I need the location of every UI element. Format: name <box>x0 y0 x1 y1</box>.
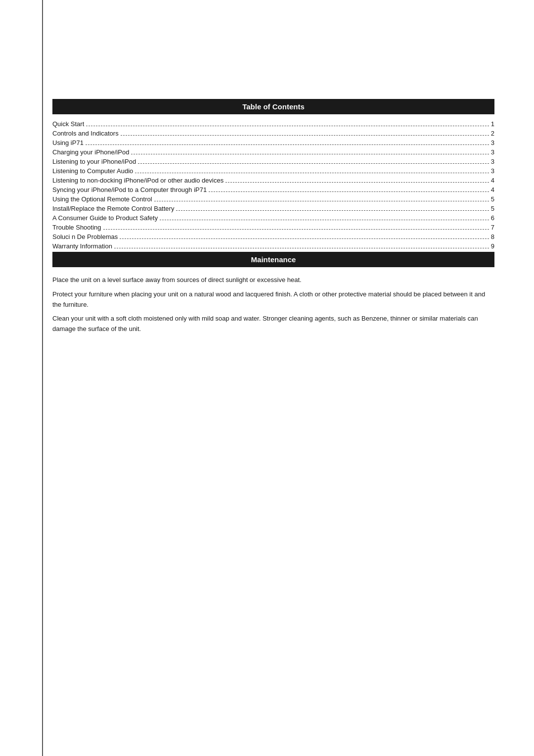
maintenance-heading: Maintenance <box>52 252 494 267</box>
toc-row: Soluci n De Problemas8 <box>52 233 494 240</box>
toc-item-label: Charging your iPhone/iPod <box>52 148 129 156</box>
toc-item-label: Using iP71 <box>52 139 84 146</box>
toc-item-label: Listening to Computer Audio <box>52 167 133 175</box>
toc-item-dots <box>135 173 489 173</box>
toc-item-page: 4 <box>491 177 494 184</box>
toc-item-page: 7 <box>491 224 494 231</box>
toc-item-page: 3 <box>491 167 494 175</box>
toc-row: Controls and Indicators2 <box>52 130 494 137</box>
toc-row: Install/Replace the Remote Control Batte… <box>52 205 494 212</box>
toc-item-dots <box>121 135 489 136</box>
toc-item-page: 4 <box>491 186 494 193</box>
toc-item-dots <box>120 238 489 239</box>
toc-item-label: Install/Replace the Remote Control Batte… <box>52 205 174 212</box>
toc-item-label: Warranty Information <box>52 242 112 250</box>
toc-row: A Consumer Guide to Product Safety6 <box>52 214 494 222</box>
toc-item-page: 9 <box>491 242 494 250</box>
toc-row: Listening to Computer Audio3 <box>52 167 494 175</box>
toc-item-page: 8 <box>491 233 494 240</box>
toc-item-dots <box>114 248 489 248</box>
toc-item-page: 3 <box>491 158 494 165</box>
maintenance-paragraph: Clean your unit with a soft cloth moiste… <box>52 314 494 334</box>
toc-item-label: Syncing your iPhone/iPod to a Computer t… <box>52 186 207 193</box>
toc-item-dots <box>176 210 489 211</box>
toc-row: Syncing your iPhone/iPod to a Computer t… <box>52 186 494 193</box>
toc-row: Charging your iPhone/iPod3 <box>52 148 494 156</box>
toc-section: Table of Contents Quick Start1Controls a… <box>52 99 494 250</box>
toc-heading: Table of Contents <box>52 99 494 114</box>
maintenance-section: Maintenance Place the unit on a level su… <box>52 252 494 334</box>
toc-item-label: Trouble Shooting <box>52 224 101 231</box>
toc-list: Quick Start1Controls and Indicators2Usin… <box>52 120 494 250</box>
toc-row: Warranty Information9 <box>52 242 494 250</box>
toc-item-dots <box>131 154 489 154</box>
toc-item-dots <box>160 220 489 220</box>
toc-item-dots <box>103 229 489 230</box>
toc-item-label: Soluci n De Problemas <box>52 233 118 240</box>
toc-item-label: Controls and Indicators <box>52 130 119 137</box>
maintenance-paragraph: Protect your furniture when placing your… <box>52 289 494 310</box>
left-border <box>42 0 43 756</box>
toc-item-dots <box>86 126 489 126</box>
page: Table of Contents Quick Start1Controls a… <box>0 0 534 756</box>
toc-item-page: 3 <box>491 139 494 146</box>
toc-row: Listening to your iPhone/iPod3 <box>52 158 494 165</box>
toc-item-page: 5 <box>491 205 494 212</box>
toc-item-page: 2 <box>491 130 494 137</box>
maintenance-paragraph: Place the unit on a level surface away f… <box>52 275 494 285</box>
toc-item-dots <box>154 201 489 201</box>
toc-item-dots <box>225 182 489 183</box>
toc-item-page: 3 <box>491 148 494 156</box>
toc-item-label: Using the Optional Remote Control <box>52 195 152 203</box>
toc-item-label: Quick Start <box>52 120 84 128</box>
toc-row: Using iP713 <box>52 139 494 146</box>
toc-item-page: 1 <box>491 120 494 128</box>
toc-item-label: Listening to your iPhone/iPod <box>52 158 136 165</box>
toc-item-label: A Consumer Guide to Product Safety <box>52 214 158 222</box>
toc-item-page: 5 <box>491 195 494 203</box>
toc-row: Listening to non-docking iPhone/iPod or … <box>52 177 494 184</box>
toc-row: Using the Optional Remote Control5 <box>52 195 494 203</box>
toc-item-dots <box>86 144 489 145</box>
maintenance-body: Place the unit on a level surface away f… <box>52 273 494 334</box>
toc-item-label: Listening to non-docking iPhone/iPod or … <box>52 177 223 184</box>
toc-item-dots <box>138 163 489 164</box>
content-area: Table of Contents Quick Start1Controls a… <box>52 0 494 334</box>
toc-item-page: 6 <box>491 214 494 222</box>
toc-row: Quick Start1 <box>52 120 494 128</box>
toc-item-dots <box>209 191 489 192</box>
toc-row: Trouble Shooting7 <box>52 224 494 231</box>
